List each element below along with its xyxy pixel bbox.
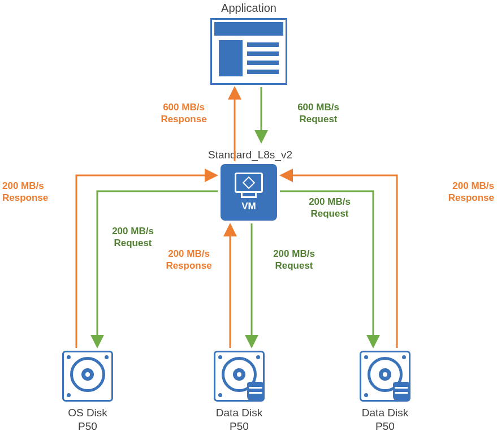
data-disk-2-node xyxy=(360,351,410,402)
application-node xyxy=(212,20,286,83)
disk-icon xyxy=(214,351,265,402)
data-disk-2-label: Data DiskP50 xyxy=(348,406,422,433)
application-title: Application xyxy=(198,1,300,15)
vm-node: VM xyxy=(221,164,277,221)
disk-icon xyxy=(62,351,113,402)
data-disk-1-node xyxy=(214,351,265,402)
flow-left-response: 200 MB/sResponse xyxy=(0,180,57,204)
application-icon xyxy=(212,20,286,83)
vm-icon: VM xyxy=(221,164,277,221)
os-disk-label: OS DiskP50 xyxy=(54,406,122,433)
flow-right-response: 200 MB/sResponse xyxy=(440,180,496,204)
os-disk-node xyxy=(62,351,113,402)
flow-left-request: 200 MB/sRequest xyxy=(102,225,164,249)
vm-title: Standard_L8s_v2 xyxy=(201,148,300,162)
disk-icon xyxy=(360,351,410,402)
vm-box-label: VM xyxy=(241,201,256,212)
flow-mid-request: 200 MB/sRequest xyxy=(263,248,325,272)
flow-mid-response: 200 MB/sResponse xyxy=(158,248,220,272)
flow-app-request: 600 MB/sRequest xyxy=(284,101,352,126)
flow-right-request: 200 MB/sRequest xyxy=(299,196,361,220)
flow-app-response: 600 MB/sResponse xyxy=(150,101,218,126)
data-disk-1-label: Data DiskP50 xyxy=(202,406,276,433)
